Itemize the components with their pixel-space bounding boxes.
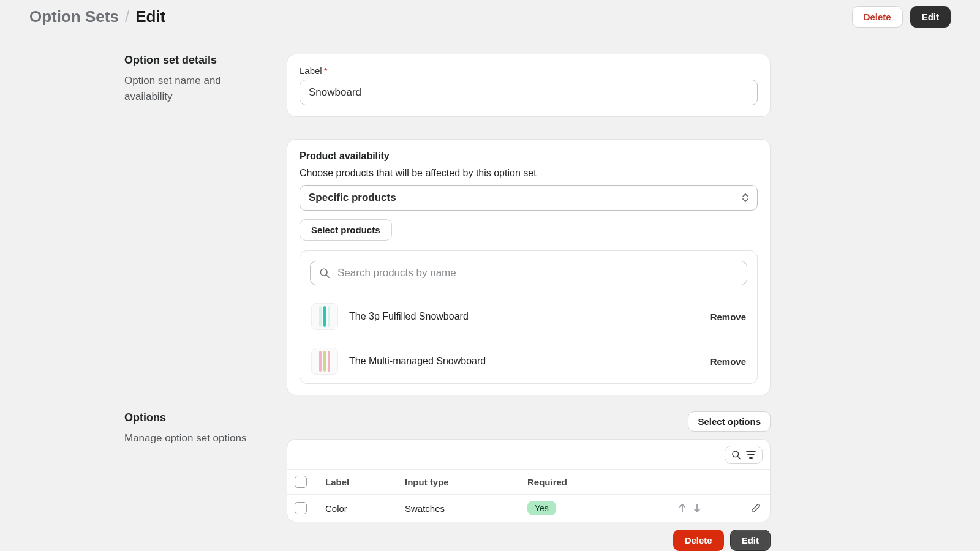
row-label: Color	[325, 503, 405, 514]
options-desc: Manage option set options	[124, 430, 267, 446]
search-icon	[731, 450, 741, 460]
product-thumbnail	[311, 348, 338, 375]
top-bar: Option Sets / Edit Delete Edit	[0, 0, 980, 39]
options-header: Select options	[287, 411, 771, 432]
remove-product-button[interactable]: Remove	[710, 312, 746, 322]
delete-button[interactable]: Delete	[852, 6, 903, 28]
product-row: The Multi-managed Snowboard Remove	[300, 339, 757, 383]
options-footer-actions: Delete Edit	[287, 530, 771, 551]
options-heading: Options	[124, 411, 267, 424]
section-details-meta: Option set details Option set name and a…	[29, 54, 287, 104]
availability-card: Product availability Choose products tha…	[287, 139, 771, 395]
top-actions: Delete Edit	[852, 6, 951, 28]
select-products-button[interactable]: Select products	[300, 219, 392, 241]
search-filter-button[interactable]	[725, 446, 763, 464]
breadcrumb-root[interactable]: Option Sets	[29, 7, 119, 26]
col-label: Label	[325, 477, 405, 487]
availability-scope-select[interactable]	[300, 185, 758, 211]
table-row: Color Swatches Yes	[287, 495, 770, 522]
product-name: The 3p Fulfilled Snowboard	[349, 311, 469, 322]
svg-line-3	[737, 456, 740, 459]
move-up-icon[interactable]	[678, 503, 687, 513]
svg-line-1	[326, 275, 330, 278]
select-options-button[interactable]: Select options	[688, 411, 771, 432]
product-search-input[interactable]	[337, 267, 738, 279]
required-badge: Yes	[527, 501, 556, 515]
availability-desc: Choose products that will be affected by…	[300, 168, 758, 179]
col-input-type: Input type	[405, 477, 527, 487]
breadcrumb: Option Sets / Edit	[29, 7, 165, 26]
edit-option-button[interactable]: Edit	[730, 530, 771, 551]
move-down-icon[interactable]	[693, 503, 701, 513]
table-header-row: Label Input type Required	[287, 469, 770, 495]
required-star: *	[324, 66, 328, 76]
remove-product-button[interactable]: Remove	[710, 356, 746, 367]
section-options: Options Manage option set options Select…	[29, 411, 951, 551]
breadcrumb-current: Edit	[135, 7, 165, 26]
section-details: Option set details Option set name and a…	[29, 54, 951, 395]
details-desc: Option set name and availability	[124, 73, 267, 104]
product-name: The Multi-managed Snowboard	[349, 356, 486, 367]
product-row: The 3p Fulfilled Snowboard Remove	[300, 294, 757, 339]
row-input-type: Swatches	[405, 503, 527, 514]
details-heading: Option set details	[124, 54, 267, 67]
availability-heading: Product availability	[300, 151, 758, 162]
products-box: The 3p Fulfilled Snowboard Remove The Mu…	[300, 250, 758, 384]
product-search-wrap[interactable]	[310, 261, 747, 285]
filter-icon	[746, 451, 756, 459]
label-field-label: Label*	[300, 66, 758, 76]
breadcrumb-separator: /	[125, 7, 129, 26]
label-input[interactable]	[300, 80, 758, 105]
pencil-icon[interactable]	[750, 503, 761, 514]
col-required: Required	[527, 477, 650, 487]
row-checkbox[interactable]	[295, 502, 307, 514]
label-card: Label*	[287, 54, 771, 117]
search-icon	[319, 268, 330, 279]
options-table: Label Input type Required Color Swatches…	[287, 439, 771, 522]
product-thumbnail	[311, 303, 338, 330]
edit-button[interactable]: Edit	[910, 6, 951, 28]
section-options-meta: Options Manage option set options	[29, 411, 287, 446]
select-all-checkbox[interactable]	[295, 476, 307, 488]
delete-option-button[interactable]: Delete	[673, 530, 724, 551]
